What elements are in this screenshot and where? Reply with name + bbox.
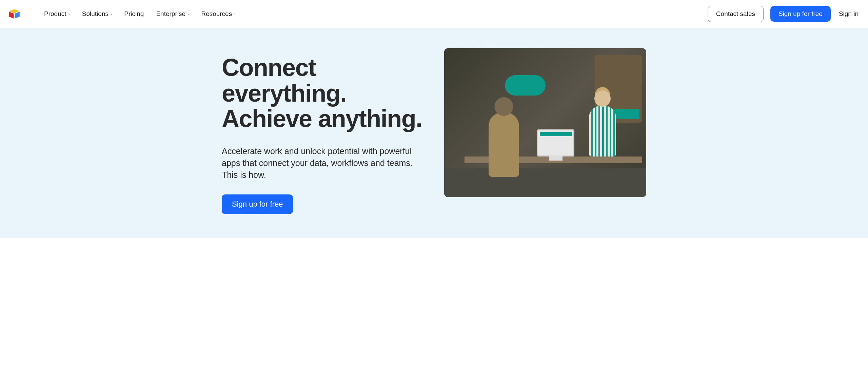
nav-label: Pricing <box>124 10 144 18</box>
chevron-right-icon: › <box>68 12 70 17</box>
hero-image <box>444 48 646 197</box>
hero-subtitle: Accelerate work and unlock potential wit… <box>222 145 424 181</box>
logo[interactable] <box>8 8 20 20</box>
airtable-logo-icon <box>8 8 20 20</box>
signup-hero-button[interactable]: Sign up for free <box>222 194 293 214</box>
main-nav: Product › Solutions › Pricing Enterprise… <box>44 10 697 18</box>
chevron-right-icon: › <box>234 12 235 17</box>
nav-item-solutions[interactable]: Solutions › <box>82 10 112 18</box>
hero-container: Connect everything. Achieve anything. Ac… <box>214 48 654 217</box>
hero-text: Connect everything. Achieve anything. Ac… <box>222 48 424 214</box>
svg-marker-2 <box>15 12 19 19</box>
nav-item-pricing[interactable]: Pricing <box>124 10 144 18</box>
header-actions: Contact sales Sign up for free Sign in <box>708 6 860 22</box>
chevron-right-icon: › <box>188 12 189 17</box>
nav-label: Product <box>44 10 66 18</box>
header: Product › Solutions › Pricing Enterprise… <box>0 0 868 28</box>
nav-item-product[interactable]: Product › <box>44 10 70 18</box>
nav-label: Enterprise <box>156 10 185 18</box>
chevron-right-icon: › <box>111 12 112 17</box>
signin-link[interactable]: Sign in <box>837 6 860 22</box>
nav-item-resources[interactable]: Resources › <box>201 10 235 18</box>
nav-label: Solutions <box>82 10 108 18</box>
svg-marker-1 <box>9 12 14 19</box>
signup-header-button[interactable]: Sign up for free <box>770 6 831 22</box>
nav-label: Resources <box>201 10 232 18</box>
hero-title: Connect everything. Achieve anything. <box>222 55 424 132</box>
workspace-photo <box>444 48 646 197</box>
hero-section: Connect everything. Achieve anything. Ac… <box>0 28 868 238</box>
nav-item-enterprise[interactable]: Enterprise › <box>156 10 189 18</box>
contact-sales-button[interactable]: Contact sales <box>708 6 764 22</box>
